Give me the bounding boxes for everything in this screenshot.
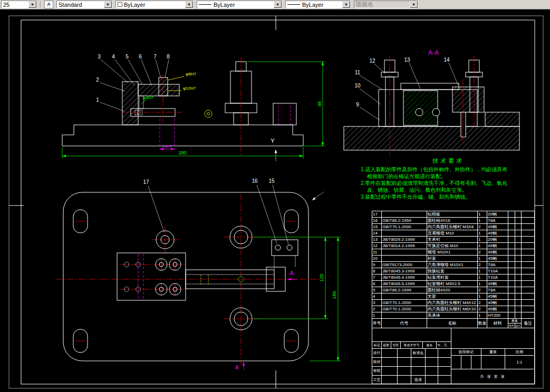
bom-cell — [522, 237, 534, 243]
bom-cell — [522, 243, 534, 249]
bom-cell: 3 — [372, 300, 382, 306]
bom-row: 3GB/T70.1-2000内六角圆柱头螺钉 M4X12245钢 — [372, 300, 534, 306]
bom-cell: 1 — [478, 312, 487, 319]
tb-cell — [438, 358, 451, 367]
tb-cell — [481, 356, 505, 369]
bom-cell: HT200 — [487, 312, 508, 319]
dimstyle-icon[interactable]: A — [44, 1, 53, 8]
chevron-down-icon[interactable]: ▼ — [104, 1, 112, 8]
bom-cell: 1 — [478, 256, 487, 262]
bom-cell: 45钢 — [487, 243, 508, 249]
bom-cell: 压紧螺母 M10 — [427, 230, 478, 237]
dim-phi4: φ4H7 — [143, 95, 153, 100]
callout-11: 11 — [355, 70, 361, 75]
chevron-down-icon[interactable]: ▼ — [28, 1, 36, 8]
dim-slot: 14H7 — [162, 144, 172, 149]
section-label: A-A — [428, 49, 439, 56]
bom-header-num: 序号 — [372, 319, 382, 328]
layer-dropdown[interactable]: 25 ▼ — [1, 1, 37, 8]
bom-row: 17钻模板120钢 — [372, 211, 534, 218]
tb-cell — [398, 358, 411, 367]
bom-cell — [382, 249, 427, 256]
title-block-right: 阶段标记 重量 比例 1:1 共 张 第 张 — [451, 328, 534, 384]
bom-cell: 快换钻套 — [427, 268, 478, 275]
bom-cell: 2 — [478, 249, 487, 256]
style-dropdown-value: Standard — [59, 2, 103, 8]
bom-cell — [508, 256, 515, 262]
bom-cell: 16 — [372, 218, 382, 224]
label-weight: 重量 — [481, 349, 505, 356]
plan-view: 120 180 A A 17 16 15 — [56, 178, 341, 370]
style-dropdown[interactable]: Standard ▼ — [56, 1, 112, 8]
bom-cell: T8A — [487, 287, 508, 293]
callout-5: 5 — [126, 54, 129, 60]
bom-cell: 2 — [478, 300, 487, 306]
drawing-canvas[interactable]: 14H7 280 98 — [0, 9, 550, 392]
bom-cell: GB/T70.1-2000 — [382, 224, 427, 230]
sig-row-design: 设计 标准化 — [372, 349, 451, 358]
tb-cell — [426, 376, 438, 384]
bom-cell: 2 — [478, 262, 487, 268]
bom-row: 8JB/T8045.3-1999快换钻套1T10A — [372, 268, 534, 275]
tb-cell — [426, 358, 438, 367]
dim-phi8: φ8H7 — [186, 72, 196, 76]
bom-row: 13JB/T8029.2-1999支承钉120钢 — [372, 237, 534, 243]
rev-label-sign: 签名 — [423, 342, 437, 349]
bom-cell: 15 — [372, 224, 382, 230]
bom-cell — [522, 230, 534, 237]
bom-row: 11螺母 M10X1245钢 — [372, 249, 534, 256]
tb-cell — [426, 349, 438, 358]
bom-cell — [382, 256, 427, 262]
tb-cell — [382, 376, 398, 384]
tb-cell — [426, 367, 438, 376]
linetype-preview-icon — [199, 4, 211, 5]
callout-13: 13 — [404, 57, 410, 63]
chevron-down-icon[interactable]: ▼ — [274, 1, 282, 8]
bom-cell: 45钢 — [487, 256, 508, 262]
lineweight-dropdown-value: ByLayer — [302, 2, 341, 8]
bom-table: 17钻模板120钢16GB/T89.2-1959圆柱销4X161T8A15GB/… — [372, 211, 535, 384]
bom-cell — [522, 218, 534, 224]
bom-cell: GB/T70.1-2000 — [382, 306, 427, 312]
bom-cell: GB/T6173-2000 — [382, 262, 427, 268]
rev-label-date: 年、月、日 — [437, 342, 451, 349]
bom-cell: 11 — [372, 249, 382, 256]
bom-cell — [508, 287, 515, 293]
bom-cell: 17 — [372, 211, 382, 218]
bom-header-qty: 数量 — [478, 319, 487, 328]
tech-req-line: 皮、锈蚀、切屑、油污、着色剂和灰尘等。 — [361, 187, 536, 193]
toolbar-separator — [40, 1, 41, 8]
bom-cell — [515, 293, 522, 300]
bom-cell: 2 — [478, 224, 487, 230]
chevron-down-icon: ▼ — [410, 1, 418, 8]
bom-row: 6JB/T8045.5-1999钻套螺钉 M5X2.5145钢 — [372, 281, 534, 287]
bom-cell: 45钢 — [487, 224, 508, 230]
sig-row-audit: 审核 — [372, 367, 451, 376]
linetype-dropdown[interactable]: ByLayer ▼ — [197, 1, 282, 8]
lineweight-dropdown[interactable]: ByLayer ▼ — [285, 1, 351, 8]
bom-cell — [522, 256, 534, 262]
bom-cell: 支承钉 — [427, 237, 478, 243]
bom-header-row: 序号 代号 名称 数量 材料 重量 单件 总计 备注 — [372, 319, 534, 328]
tb-cell — [382, 367, 398, 376]
label-design: 设计 — [372, 349, 382, 358]
plotstyle-dropdown: 随颜色 ▼ — [354, 1, 418, 8]
section-arrow-a-right: A — [290, 270, 294, 276]
chevron-down-icon[interactable]: ▼ — [342, 1, 350, 8]
chevron-down-icon[interactable]: ▼ — [185, 1, 193, 8]
color-dropdown[interactable]: ByLayer ▼ — [115, 1, 194, 8]
tb-cell — [398, 367, 411, 376]
bom-row: 16GB/T89.2-1959圆柱销4X161T8A — [372, 218, 534, 224]
bom-cell: GB/T89.2-1959 — [382, 218, 427, 224]
bom-cell: 5 — [372, 287, 382, 293]
bom-cell — [508, 230, 515, 237]
bom-header-weight: 重量 单件 总计 — [508, 319, 522, 328]
drawing-title-cell — [451, 328, 534, 349]
bom-cell — [508, 312, 515, 319]
bom-cell: 钻模板 — [427, 211, 478, 218]
linetype-dropdown-value: ByLayer — [214, 2, 273, 8]
bom-cell — [515, 262, 522, 268]
bom-cell: 10 — [372, 256, 382, 262]
dim-phi12: φ12H7 — [183, 86, 196, 91]
bom-cell: 45钢 — [487, 293, 508, 300]
